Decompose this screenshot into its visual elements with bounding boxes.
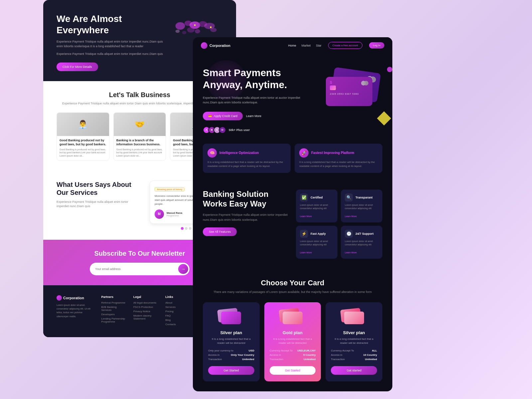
gold-transaction-row: Transaction UnlimIted xyxy=(270,358,316,361)
footer-legal-col: Legal All legal documents FSCS Protectio… xyxy=(133,295,159,327)
card-visual: S 2345 0553 9307 5360 xyxy=(316,67,382,120)
gold-get-started-button[interactable]: Get Started xyxy=(270,366,316,375)
footer-link-blog[interactable]: Blog xyxy=(165,319,191,322)
login-button[interactable]: Log In xyxy=(369,42,384,49)
rocket-icon: 🚀 xyxy=(299,148,309,158)
biz-card-title-1: Banking is a branch of the information S… xyxy=(116,139,163,146)
gold-plan-desc: It is a long established fact that a rea… xyxy=(270,337,316,345)
testimonial-badge: Amazing piece of history xyxy=(155,187,185,192)
testimonial-title: What Users Says About Our Services xyxy=(57,181,140,197)
hero-cta-button[interactable]: Click For More Details xyxy=(57,63,98,71)
card-number: 2345 0553 9307 5360 xyxy=(330,93,368,95)
newsletter-submit-button[interactable]: → xyxy=(178,264,188,274)
certified-learn-more[interactable]: Learn More xyxy=(300,215,312,217)
transparant-learn-more[interactable]: Learn More xyxy=(345,215,357,217)
feature-icon-row-0: 🧠 Intelligence Optimization xyxy=(207,148,286,158)
feature-card-0: 🧠 Intelligence Optimization It is a long… xyxy=(203,144,291,173)
footer-link-services[interactable]: Services xyxy=(165,306,191,309)
svg-point-1 xyxy=(176,22,185,30)
features-row: 🧠 Intelligence Optimization It is a long… xyxy=(193,144,392,180)
biz-card-text-1: Good Banking is produced not by good law… xyxy=(116,148,163,158)
right-panel: Corporation Home Market Star Create a fr… xyxy=(193,37,392,391)
dot-3[interactable] xyxy=(189,227,192,230)
plan-card-silver: Silver plan It is a long established fac… xyxy=(203,302,260,381)
hero-desc1: Experience Payment Tristique nulla aliqu… xyxy=(57,40,163,49)
dot-2[interactable] xyxy=(185,227,188,230)
footer-link-referral[interactable]: Referral Programme xyxy=(101,301,127,304)
plan-card-gold-img xyxy=(279,309,306,326)
footer-link-slavery[interactable]: Modern slavery Statement xyxy=(133,314,159,320)
banking-card-certified: ✅ Certified Lorem ipsum dolor sit amet c… xyxy=(296,190,337,222)
gold-access-row: Access in 5 Country xyxy=(270,353,316,356)
mini-card-silver-front xyxy=(221,312,241,324)
avatar-4: D xyxy=(219,126,226,134)
fast-apply-icon-row: ⚡ Fast Apply xyxy=(300,230,333,238)
silver-plan-desc: It is a long established fact that a rea… xyxy=(208,337,254,345)
feature-icon-row-1: 🚀 Fastest Improving Platform xyxy=(299,148,378,158)
footer-link-fscs[interactable]: FSCS Protection xyxy=(133,306,159,309)
smart-hero-buttons: 💳 Apply Credit Card Learn More xyxy=(203,112,309,120)
footer-partners-col: Partners Referral Programme B2B Banking … xyxy=(101,295,127,327)
silver-r-currency-row: Currency Accept To ALL xyxy=(331,349,377,352)
footer-links-col: Links About Services Pricing FAQ Blog Co… xyxy=(165,295,191,327)
svg-point-7 xyxy=(195,29,200,34)
banking-card-support: 🕐 24/7 Support Lorem ipsum dolor sit ame… xyxy=(341,226,382,259)
silver-get-started-button[interactable]: Get Started xyxy=(208,366,254,375)
testimonial-desc: Experience Payment Tristique nulla aliqu… xyxy=(57,200,140,209)
dot-1[interactable] xyxy=(181,227,184,230)
silver-plan-name: Silver plan xyxy=(208,330,254,335)
biz-card-img-1: 🤝 xyxy=(114,113,166,136)
credit-card-front: S 2345 0553 9307 5360 xyxy=(326,77,372,106)
svg-point-9 xyxy=(210,28,216,32)
footer-link-b2b[interactable]: B2B Banking Services xyxy=(101,306,127,312)
transparant-icon: 🔍 xyxy=(345,194,353,201)
svg-point-6 xyxy=(187,27,195,33)
footer-link-about[interactable]: About xyxy=(165,301,191,304)
gold-currency-row: Currency Accept To USD,EUR,CNY xyxy=(270,349,316,352)
user-count-text: 50k+ Plus user xyxy=(229,128,250,132)
banking-left: Banking Solution Works Easy Way Experien… xyxy=(203,190,289,236)
footer-link-privacy[interactable]: Privacy Notice xyxy=(133,310,159,313)
silver-r-plan-name: Silver plan xyxy=(331,330,377,335)
banking-card-fast-apply: ⚡ Fast Apply Lorem ipsum dolor sit amet … xyxy=(296,226,337,259)
transparant-desc: Lorem ipsum dolor sit amet consectetur a… xyxy=(345,203,378,210)
biz-card-title-0: Good Banking produced not by good laws, … xyxy=(60,139,106,146)
footer-brand: Corporation xyxy=(57,295,95,301)
banking-title: Banking Solution Works Easy Way xyxy=(203,190,289,209)
newsletter-input[interactable] xyxy=(95,267,178,271)
support-icon-row: 🕐 24/7 Support xyxy=(345,230,378,238)
footer-link-pricing[interactable]: Pricing xyxy=(165,310,191,313)
fast-apply-learn-more[interactable]: Learn More xyxy=(300,251,312,254)
nav-link-home[interactable]: Home xyxy=(288,44,296,47)
svg-point-11 xyxy=(210,27,212,28)
create-account-button[interactable]: Create a free account xyxy=(328,42,362,49)
footer-link-faq[interactable]: FAQ xyxy=(165,314,191,317)
feature-card-1: 🚀 Fastest Improving Platform It is a lon… xyxy=(295,144,382,173)
footer-link-legal-docs[interactable]: All legal documents xyxy=(133,301,159,304)
silver-transaction-row: Transaction Unlimited xyxy=(208,358,254,361)
intelligence-icon: 🧠 xyxy=(207,148,217,158)
testimonial-left: What Users Says About Our Services Exper… xyxy=(57,181,140,209)
learn-more-button[interactable]: Learn More xyxy=(246,114,261,118)
nav-link-market[interactable]: Market xyxy=(302,44,311,47)
apply-credit-card-button[interactable]: 💳 Apply Credit Card xyxy=(203,112,243,120)
silver-r-get-started-button[interactable]: Gat started xyxy=(331,366,377,375)
footer-link-lending[interactable]: Lending Partnership Programme xyxy=(101,317,127,323)
plan-card-gold: Gold plan It is a long established fact … xyxy=(264,302,321,381)
support-learn-more[interactable]: Learn More xyxy=(345,251,357,254)
user-count-row: A B C D 50k+ Plus user xyxy=(203,126,309,134)
banking-section: Banking Solution Works Easy Way Experien… xyxy=(193,180,392,269)
footer-links-title: Links xyxy=(165,295,191,299)
hero-desc2: Experience Payment Tristique nulla aliqu… xyxy=(57,52,163,57)
plan-cards-row: Silver plan It is a long established fac… xyxy=(203,302,382,381)
user-role: Programme xyxy=(167,214,182,217)
silver-r-plan-desc: It is a long established fact that a rea… xyxy=(331,337,377,345)
certified-desc: Lorem ipsum dolor sit amet consectetur a… xyxy=(300,203,333,210)
mini-card-silver-r-front xyxy=(344,312,364,324)
footer-link-developers[interactable]: Developers xyxy=(101,313,127,316)
biz-card-1: 🤝 Banking is a branch of the information… xyxy=(113,112,166,161)
footer-link-contacts[interactable]: Contacts xyxy=(165,323,191,326)
see-all-features-button[interactable]: See All Features xyxy=(203,227,237,236)
silver-currency-row: Only your currency to USD xyxy=(208,349,254,352)
nav-link-star[interactable]: Star xyxy=(316,44,322,47)
